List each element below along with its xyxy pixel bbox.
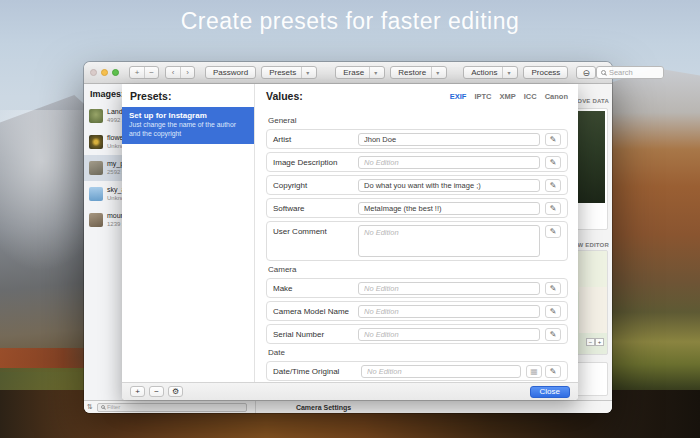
chevron-down-icon: ▾ bbox=[369, 67, 377, 78]
field-row-camera-model: Camera Model Name ✎ bbox=[266, 301, 568, 321]
map-zoom-out-button[interactable]: − bbox=[586, 338, 595, 346]
image-list-item[interactable]: sky_a Unkno bbox=[84, 181, 122, 207]
gear-icon: ⚙ bbox=[172, 387, 179, 396]
images-panel: Images: Lands 4992 x flowe Unkno my_p bbox=[84, 84, 122, 400]
pencil-icon: ✎ bbox=[550, 330, 557, 339]
actions-dropdown[interactable]: Actions ▾ bbox=[463, 66, 518, 79]
image-description-input[interactable] bbox=[358, 156, 540, 169]
close-sheet-button[interactable]: Close bbox=[530, 386, 570, 398]
erase-dropdown[interactable]: Erase ▾ bbox=[335, 66, 385, 79]
map-zoom-in-button[interactable]: + bbox=[595, 338, 604, 346]
presets-column: Presets: Set up for Instagram Just chang… bbox=[122, 84, 255, 382]
calendar-button[interactable]: ▦ bbox=[526, 365, 542, 378]
section-label-camera: Camera bbox=[268, 265, 566, 275]
section-label-date: Date bbox=[268, 348, 566, 358]
image-list-item[interactable]: flowe Unkno bbox=[84, 129, 122, 155]
edit-button[interactable]: ✎ bbox=[545, 282, 561, 295]
user-comment-textarea[interactable]: No Edition bbox=[358, 225, 540, 257]
show-editor-label: OW EDITOR bbox=[578, 242, 609, 248]
metadata-tabs: EXIF IPTC XMP ICC Canon bbox=[450, 92, 568, 101]
forward-button[interactable]: › bbox=[180, 67, 194, 78]
artist-input[interactable] bbox=[358, 133, 540, 146]
chevron-down-icon: ▾ bbox=[431, 67, 439, 78]
share-button[interactable]: ⊖ bbox=[576, 66, 596, 79]
chevron-down-icon: ▾ bbox=[301, 67, 309, 78]
image-thumbnail bbox=[89, 213, 103, 227]
add-remove-segment: + − bbox=[129, 66, 159, 79]
pencil-icon: ✎ bbox=[550, 284, 557, 293]
photo-preview bbox=[578, 111, 605, 203]
field-row-copyright: Copyright ✎ bbox=[266, 175, 568, 195]
presets-header: Presets: bbox=[122, 84, 254, 107]
search-input[interactable] bbox=[609, 68, 659, 77]
add-preset-button[interactable]: + bbox=[130, 386, 145, 397]
process-button[interactable]: Process bbox=[523, 66, 568, 79]
software-input[interactable] bbox=[358, 202, 540, 215]
tab-icc[interactable]: ICC bbox=[524, 92, 537, 101]
values-title: Values: bbox=[266, 90, 303, 102]
nav-segment: ‹ › bbox=[165, 66, 195, 79]
image-list-item-selected[interactable]: my_p 2592 x bbox=[84, 155, 122, 181]
tab-canon[interactable]: Canon bbox=[545, 92, 568, 101]
camera-model-input[interactable] bbox=[358, 305, 540, 318]
search-icon bbox=[601, 70, 606, 75]
image-thumbnail bbox=[89, 161, 103, 175]
field-row-datetime-original: Date/Time Original ▦ ✎ bbox=[266, 361, 568, 381]
toolbar-search[interactable] bbox=[596, 66, 664, 79]
values-column: Values: EXIF IPTC XMP ICC Canon General … bbox=[256, 84, 578, 382]
preset-settings-button[interactable]: ⚙ bbox=[168, 386, 183, 397]
app-window: + − ‹ › Password Presets ▾ Erase ▾ Resto… bbox=[84, 62, 612, 413]
serial-number-input[interactable] bbox=[358, 328, 540, 341]
tab-xmp[interactable]: XMP bbox=[499, 92, 515, 101]
tab-exif[interactable]: EXIF bbox=[450, 92, 467, 101]
minimize-window-button[interactable] bbox=[101, 69, 108, 76]
make-input[interactable] bbox=[358, 282, 540, 295]
remove-image-button[interactable]: − bbox=[144, 67, 158, 78]
copyright-input[interactable] bbox=[358, 179, 540, 192]
sort-icon[interactable]: ⇅ bbox=[87, 403, 93, 411]
zoom-window-button[interactable] bbox=[112, 69, 119, 76]
tab-iptc[interactable]: IPTC bbox=[474, 92, 491, 101]
add-image-button[interactable]: + bbox=[130, 67, 144, 78]
preset-item-selected[interactable]: Set up for Instagram Just change the nam… bbox=[122, 107, 254, 144]
details-panel: MOVE DATA OW EDITOR − + bbox=[578, 84, 612, 400]
image-list-item[interactable]: moun 1239 x bbox=[84, 207, 122, 233]
pencil-icon: ✎ bbox=[550, 181, 557, 190]
image-thumbnail bbox=[89, 109, 103, 123]
map-widget: − + bbox=[578, 250, 608, 355]
share-icon: ⊖ bbox=[582, 68, 590, 78]
image-list-item[interactable]: Lands 4992 x bbox=[84, 103, 122, 129]
password-button[interactable]: Password bbox=[205, 66, 256, 79]
sheet-footer: + − ⚙ Close bbox=[122, 382, 578, 400]
edit-button[interactable]: ✎ bbox=[545, 365, 561, 378]
restore-dropdown[interactable]: Restore ▾ bbox=[390, 66, 447, 79]
field-row-software: Software ✎ bbox=[266, 198, 568, 218]
image-thumbnail bbox=[89, 135, 103, 149]
filter-input[interactable] bbox=[107, 404, 243, 410]
images-header: Images: bbox=[84, 84, 122, 103]
photo-preview-frame bbox=[578, 108, 608, 230]
edit-button[interactable]: ✎ bbox=[545, 305, 561, 318]
image-thumbnail bbox=[89, 187, 103, 201]
window-toolbar: + − ‹ › Password Presets ▾ Erase ▾ Resto… bbox=[84, 62, 612, 84]
field-row-artist: Artist ✎ bbox=[266, 129, 568, 149]
edit-button[interactable]: ✎ bbox=[545, 225, 561, 238]
filter-field[interactable] bbox=[97, 403, 247, 412]
edit-button[interactable]: ✎ bbox=[545, 156, 561, 169]
pencil-icon: ✎ bbox=[550, 307, 557, 316]
datetime-original-input[interactable] bbox=[361, 365, 521, 378]
remove-preset-button[interactable]: − bbox=[149, 386, 164, 397]
search-icon bbox=[101, 405, 105, 409]
field-row-image-description: Image Description ✎ bbox=[266, 152, 568, 172]
values-scroll-area[interactable]: General Artist ✎ Image Description ✎ Cop… bbox=[256, 110, 578, 382]
pencil-icon: ✎ bbox=[550, 227, 557, 236]
edit-button[interactable]: ✎ bbox=[545, 179, 561, 192]
edit-button[interactable]: ✎ bbox=[545, 133, 561, 146]
back-button[interactable]: ‹ bbox=[166, 67, 180, 78]
close-window-button[interactable] bbox=[90, 69, 97, 76]
edit-button[interactable]: ✎ bbox=[545, 328, 561, 341]
section-label-general: General bbox=[268, 116, 566, 126]
presets-dropdown[interactable]: Presets ▾ bbox=[261, 66, 317, 79]
edit-button[interactable]: ✎ bbox=[545, 202, 561, 215]
pencil-icon: ✎ bbox=[550, 135, 557, 144]
